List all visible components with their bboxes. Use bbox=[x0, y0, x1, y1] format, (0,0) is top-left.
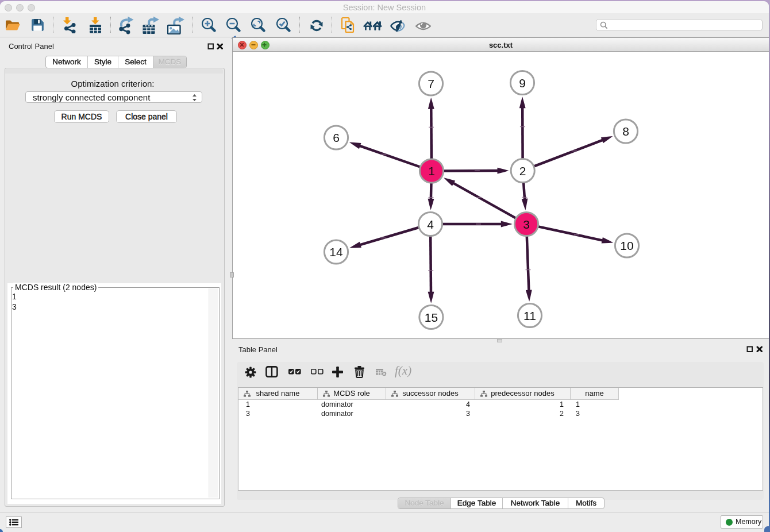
svg-text:9: 9 bbox=[519, 76, 526, 90]
svg-text:6: 6 bbox=[333, 131, 340, 144]
svg-text:11: 11 bbox=[523, 309, 536, 322]
svg-text:14: 14 bbox=[329, 245, 343, 259]
svg-text:1: 1 bbox=[428, 164, 435, 178]
svg-text:4: 4 bbox=[427, 218, 434, 231]
svg-text:8: 8 bbox=[622, 125, 629, 138]
svg-text:3: 3 bbox=[523, 218, 530, 231]
svg-text:7: 7 bbox=[428, 77, 434, 90]
svg-text:10: 10 bbox=[620, 239, 633, 252]
svg-text:2: 2 bbox=[519, 164, 526, 178]
svg-text:15: 15 bbox=[425, 311, 438, 324]
